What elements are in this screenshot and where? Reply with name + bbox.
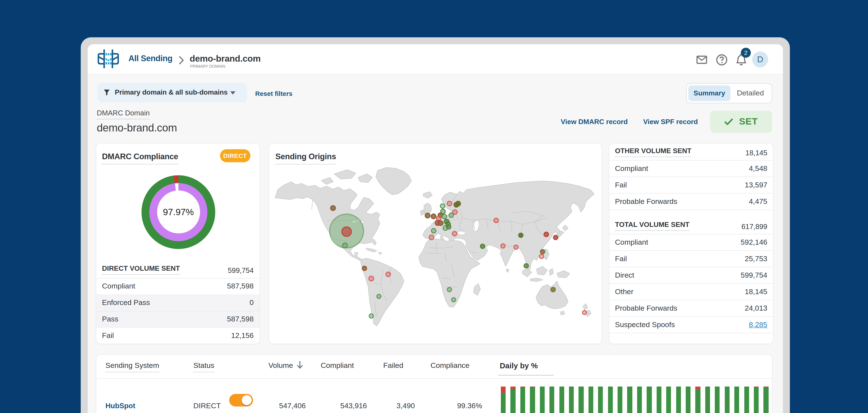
svg-text:D: D [757, 55, 763, 64]
svg-text:2: 2 [744, 50, 748, 56]
